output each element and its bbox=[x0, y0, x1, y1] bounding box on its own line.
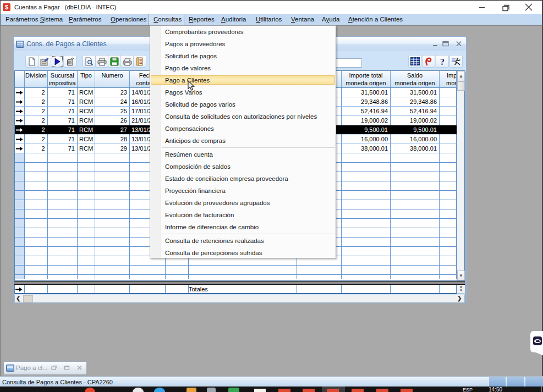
svg-text:?: ? bbox=[440, 57, 445, 66]
